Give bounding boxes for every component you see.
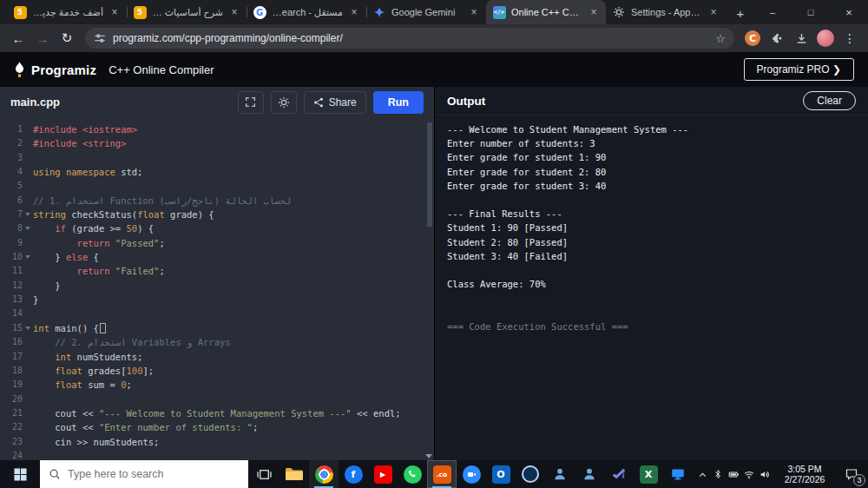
- tab-close-icon[interactable]: ×: [108, 6, 121, 18]
- code-line[interactable]: 4using namespace std;: [0, 165, 434, 179]
- fold-caret-icon[interactable]: [23, 321, 33, 335]
- tab-google-gemini[interactable]: Google Gemini×: [366, 0, 486, 24]
- app-excel-icon[interactable]: X: [634, 460, 663, 488]
- fold-gutter: [23, 449, 33, 460]
- tray-network-icon[interactable]: [741, 462, 757, 486]
- reload-icon[interactable]: ↻: [56, 27, 78, 49]
- fullscreen-icon[interactable]: [238, 91, 264, 114]
- tab-close-icon[interactable]: ×: [588, 6, 600, 18]
- tab-settings-appearance[interactable]: Settings - Appearance×: [606, 0, 726, 24]
- site-settings-icon[interactable]: [94, 32, 106, 44]
- code-text: cin >> numStudents;: [33, 435, 159, 449]
- code-line[interactable]: 8 if (grade >= 50) {: [0, 221, 434, 235]
- app-co-icon[interactable]: .co: [427, 460, 457, 488]
- new-tab-button[interactable]: +: [729, 2, 752, 24]
- url-text[interactable]: programiz.com/cpp-programming/online-com…: [113, 32, 708, 44]
- task-view-icon[interactable]: [248, 460, 279, 488]
- code-line[interactable]: 16 // 2. استخدام Variables و Arrays: [0, 335, 434, 349]
- fold-caret-icon[interactable]: [23, 221, 33, 235]
- tray-battery-icon[interactable]: [726, 462, 741, 486]
- tray-volume-icon[interactable]: [757, 462, 773, 486]
- bookmark-star-icon[interactable]: ☆: [715, 32, 726, 45]
- code-line[interactable]: 14: [0, 307, 434, 320]
- code-line[interactable]: 23 cin >> numStudents;: [0, 435, 434, 449]
- forward-icon[interactable]: →: [31, 27, 54, 49]
- brand-name[interactable]: Programiz: [31, 63, 96, 77]
- code-line[interactable]: 10 } else {: [0, 250, 434, 264]
- code-line[interactable]: 17 int numStudents;: [0, 350, 434, 364]
- app-youtube-icon[interactable]: ▶: [368, 460, 398, 488]
- code-line[interactable]: 22 cout << "Enter number of students: ";: [0, 420, 434, 434]
- app-file-explorer-icon[interactable]: [279, 460, 309, 488]
- tab-close-icon[interactable]: ×: [468, 6, 480, 18]
- tab-khamsat-new-service[interactable]: 5أضف خدمة جديدة - خ×: [7, 0, 127, 24]
- line-number: 4: [0, 165, 23, 179]
- code-line[interactable]: 24: [0, 449, 434, 460]
- tab-close-icon[interactable]: ×: [348, 6, 360, 18]
- tab-close-icon[interactable]: ×: [707, 6, 720, 18]
- close-window-button[interactable]: ×: [830, 0, 868, 24]
- fold-caret-icon[interactable]: [23, 208, 33, 221]
- minimize-button[interactable]: –: [753, 0, 792, 24]
- code-line[interactable]: 6// 1. استخدام Function لحساب الحالة (نا…: [0, 194, 434, 208]
- tray-bluetooth-icon[interactable]: [710, 462, 726, 486]
- back-icon[interactable]: ←: [7, 27, 30, 49]
- code-line[interactable]: 12 }: [0, 279, 434, 293]
- profile-avatar[interactable]: [814, 27, 837, 49]
- settings-favicon: [612, 5, 626, 19]
- code-line[interactable]: 13}: [0, 293, 434, 307]
- run-button[interactable]: Run: [373, 91, 424, 114]
- code-line[interactable]: 15int main() {: [0, 321, 434, 335]
- code-line[interactable]: 21 cout << "--- Welcome to Student Manag…: [0, 406, 434, 420]
- code-lines: 1#include <iostream>2#include <string>34…: [0, 122, 434, 460]
- app-monitor-icon[interactable]: [663, 460, 693, 488]
- app-blue-ring-icon[interactable]: [516, 460, 545, 488]
- action-center-icon[interactable]: 3: [837, 460, 866, 488]
- app-facebook-icon[interactable]: f: [339, 460, 368, 488]
- programiz-pro-button[interactable]: Programiz PRO ❯: [744, 58, 854, 81]
- fold-caret-icon[interactable]: [23, 250, 33, 264]
- app-zoom-icon[interactable]: [457, 460, 486, 488]
- tab-close-icon[interactable]: ×: [228, 6, 240, 18]
- extension-c-icon[interactable]: C: [741, 27, 764, 49]
- app-visual-studio-icon[interactable]: [604, 460, 634, 488]
- taskbar-clock[interactable]: 3:05 PM 2/27/2026: [780, 464, 829, 485]
- code-line[interactable]: 18 float grades[100];: [0, 364, 434, 378]
- app-outlook-icon[interactable]: O: [486, 460, 516, 488]
- extensions-puzzle-icon[interactable]: [766, 27, 788, 49]
- tray-hidden-icons-icon[interactable]: [694, 462, 710, 486]
- editor-scrollbar[interactable]: [426, 121, 433, 448]
- scroll-down-icon[interactable]: [425, 454, 432, 458]
- maximize-button[interactable]: □: [792, 0, 830, 24]
- taskbar-search[interactable]: [40, 460, 248, 488]
- code-line[interactable]: 2#include <string>: [0, 136, 434, 150]
- app-chrome-icon[interactable]: [309, 460, 339, 488]
- tab-google-search-mostaql[interactable]: Gمستقل - Google Search×: [247, 0, 366, 24]
- code-editor[interactable]: 1#include <iostream>2#include <string>34…: [0, 117, 434, 460]
- theme-toggle-sun-icon[interactable]: [271, 91, 297, 114]
- start-button[interactable]: [0, 460, 40, 488]
- menu-dots-icon[interactable]: ⋮: [838, 27, 861, 49]
- clear-button[interactable]: Clear: [803, 91, 856, 110]
- code-line[interactable]: 5: [0, 179, 434, 193]
- scrollbar-thumb[interactable]: [427, 122, 432, 227]
- app-people-1-icon[interactable]: [545, 460, 575, 488]
- share-button[interactable]: Share: [304, 91, 366, 114]
- tab-online-cpp-compiler[interactable]: </>Online C++ Compiler×: [486, 0, 606, 24]
- file-tab-main-cpp[interactable]: main.cpp: [10, 96, 60, 109]
- downloads-icon[interactable]: [790, 27, 812, 49]
- code-line[interactable]: 7string checkStatus(float grade) {: [0, 208, 434, 221]
- code-line[interactable]: 19 float sum = 0;: [0, 378, 434, 392]
- app-whatsapp-icon[interactable]: [398, 460, 427, 488]
- app-people-2-icon[interactable]: [575, 460, 604, 488]
- search-input[interactable]: [68, 468, 240, 480]
- fold-gutter: [23, 307, 33, 320]
- code-line[interactable]: 9 return "Passed";: [0, 236, 434, 250]
- code-line[interactable]: 1#include <iostream>: [0, 122, 434, 136]
- tab-programming-basics[interactable]: 5شرح أساسيات البرمجة×: [127, 0, 247, 24]
- code-line[interactable]: 11 return "Failed";: [0, 264, 434, 278]
- code-line[interactable]: 20: [0, 392, 434, 406]
- fold-gutter: [23, 406, 33, 420]
- code-line[interactable]: 3: [0, 151, 434, 165]
- address-bar[interactable]: programiz.com/cpp-programming/online-com…: [85, 28, 734, 49]
